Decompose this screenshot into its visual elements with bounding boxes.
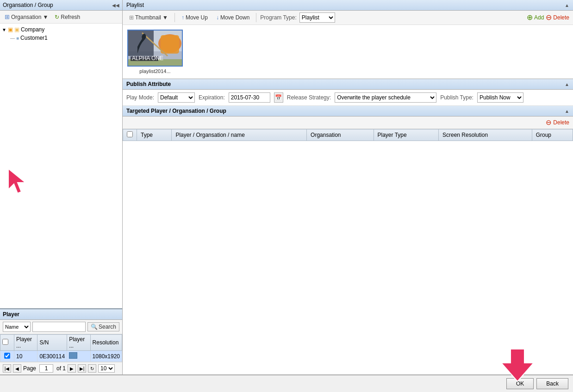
ok-button[interactable]: OK (506, 378, 534, 389)
search-btn-label: Search (99, 324, 116, 330)
player-row-type-icon (67, 351, 90, 362)
player-search-input[interactable] (32, 322, 86, 332)
refresh-icon: ↻ (55, 14, 59, 20)
playlist-panel-title: Playlist (126, 2, 144, 8)
target-col-group: Group (532, 129, 573, 141)
player-row-checkbox-cell (0, 351, 14, 362)
player-select-all[interactable] (2, 339, 8, 345)
targeted-subheader: ⊖ Delete (123, 116, 573, 129)
move-up-button[interactable]: ↑ Move Up (179, 13, 211, 22)
toolbar-separator-2 (256, 13, 256, 22)
move-up-label: Move Up (186, 14, 208, 21)
add-icon: ⊕ (527, 14, 533, 21)
player-col-res: Resolution (90, 335, 122, 351)
move-up-icon: ↑ (181, 14, 184, 21)
playlist-thumbnail-0: ALPHA ONE (127, 30, 183, 67)
org-tree: ▼ ▣ ▣ Company — ■ Customer1 (0, 24, 122, 308)
svg-text:ALPHA ONE: ALPHA ONE (132, 55, 163, 61)
player-row-num: 10 (14, 351, 37, 362)
publish-attr-row: Play Mode: Default Expiration: 📅 Release… (123, 90, 573, 106)
next-page-btn[interactable]: ▶ (68, 364, 76, 373)
delete-label: Delete (553, 14, 569, 21)
page-of-label: of 1 (56, 365, 66, 372)
targeted-table-container: Type Player / Organsation / name Organsa… (123, 129, 573, 374)
add-label: Add (534, 14, 544, 21)
org-panel-title: Organsation / Group (3, 2, 53, 8)
player-col-checkbox (0, 335, 14, 351)
player-col-num: Player ... (14, 335, 37, 351)
player-row-sn: 0E300114 (37, 351, 67, 362)
organisation-button[interactable]: ⊞ Organsation ▼ (3, 12, 50, 21)
thumbnail-dropdown-icon: ▼ (162, 14, 168, 21)
publish-attr-title: Publish Attribute (126, 81, 171, 87)
playlist-item-0[interactable]: ALPHA ONE playlist2014... (127, 30, 183, 74)
move-down-icon: ↓ (216, 14, 219, 21)
table-row[interactable]: 10 0E300114 1080x1920 (0, 351, 122, 362)
target-col-player-name: Player / Organsation / name (172, 129, 307, 141)
org-btn-label: Organsation (11, 14, 41, 20)
publish-attr-header: Publish Attribute ▲ (123, 79, 573, 90)
refresh-button[interactable]: ↻ Refresh (53, 13, 82, 21)
refresh-page-btn[interactable]: ↻ (88, 364, 96, 373)
target-col-checkbox (123, 129, 137, 141)
target-select-all[interactable] (127, 131, 133, 137)
play-mode-label: Play Mode: (126, 94, 154, 101)
svg-rect-6 (161, 35, 179, 54)
thumbnail-button[interactable]: ⊞ Thumbnail ▼ (126, 13, 171, 22)
program-type-select[interactable]: Playlist Campaign (299, 12, 335, 23)
playlist-panel-header: Playlist ▲ (123, 0, 573, 11)
search-button[interactable]: 🔍 Search (87, 322, 119, 331)
tree-customer1-label: Customer1 (20, 35, 48, 41)
release-strategy-select[interactable]: Overwrite the player schedule (335, 92, 436, 103)
publish-type-label: Publish Type: (440, 94, 473, 101)
last-page-btn[interactable]: ▶| (78, 364, 86, 373)
publish-attr-section: Publish Attribute ▲ Play Mode: Default E… (123, 79, 573, 106)
tree-expand-icon: ▼ (2, 27, 6, 32)
page-number-input[interactable] (39, 364, 53, 373)
prev-page-btn[interactable]: ◀ (13, 364, 21, 373)
search-icon: 🔍 (91, 324, 98, 330)
thumbnail-btn-label: Thumbnail (135, 14, 161, 21)
playlist-toolbar: ⊞ Thumbnail ▼ ↑ Move Up ↓ Move Down Prog… (123, 11, 573, 25)
calendar-button[interactable]: 📅 (274, 92, 283, 103)
player-row-checkbox[interactable] (4, 353, 10, 359)
thumbnail-icon: ⊞ (129, 14, 134, 21)
folder-icon: ▣ (8, 26, 13, 33)
targeted-table: Type Player / Organsation / name Organsa… (123, 129, 573, 141)
player-section-header: Player (0, 309, 122, 320)
first-page-btn[interactable]: |◀ (3, 364, 11, 373)
per-page-select[interactable]: 10 25 50 (98, 364, 115, 373)
playlist-panel-collapse[interactable]: ▲ (565, 3, 569, 8)
player-row-resolution: 1080x1920 (90, 351, 122, 362)
player-col-type: Player ... (67, 335, 90, 351)
targeted-delete-icon: ⊖ (546, 118, 552, 127)
tree-leaf-icon: — (10, 36, 15, 41)
tree-children: — ■ Customer1 (10, 34, 120, 42)
toolbar-separator-1 (174, 13, 175, 22)
expiration-input[interactable] (229, 92, 270, 103)
targeted-collapse[interactable]: ▲ (565, 109, 569, 114)
refresh-btn-label: Refresh (61, 14, 80, 20)
add-button[interactable]: ⊕ Add (527, 14, 544, 21)
org-dropdown-arrow: ▼ (43, 14, 48, 20)
tree-item-customer1[interactable]: — ■ Customer1 (10, 34, 120, 42)
org-panel-collapse-btn[interactable]: ◀◀ (112, 3, 119, 8)
bottom-bar: OK Back (0, 374, 573, 392)
org-panel-header: Organsation / Group ◀◀ (0, 0, 122, 11)
player-search-type[interactable]: Name (3, 322, 31, 332)
back-button[interactable]: Back (536, 378, 568, 389)
targeted-delete-button[interactable]: ⊖ Delete (546, 118, 569, 127)
publish-attr-collapse[interactable]: ▲ (565, 82, 569, 87)
tree-item-company[interactable]: ▼ ▣ ▣ Company (2, 25, 120, 34)
play-mode-select[interactable]: Default (158, 92, 195, 103)
page-label: Page (23, 365, 36, 372)
targeted-delete-label: Delete (553, 119, 569, 126)
publish-type-select[interactable]: Publish Now (477, 92, 523, 103)
delete-button[interactable]: ⊖ Delete (546, 14, 569, 21)
program-type-label: Program Type: (260, 14, 296, 21)
target-col-player-type: Player Type (374, 129, 439, 141)
target-col-screen-res: Screen Resolution (439, 129, 532, 141)
left-panel: Organsation / Group ◀◀ ⊞ Organsation ▼ ↻… (0, 0, 123, 374)
move-down-label: Move Down (220, 14, 249, 21)
move-down-button[interactable]: ↓ Move Down (213, 13, 252, 22)
